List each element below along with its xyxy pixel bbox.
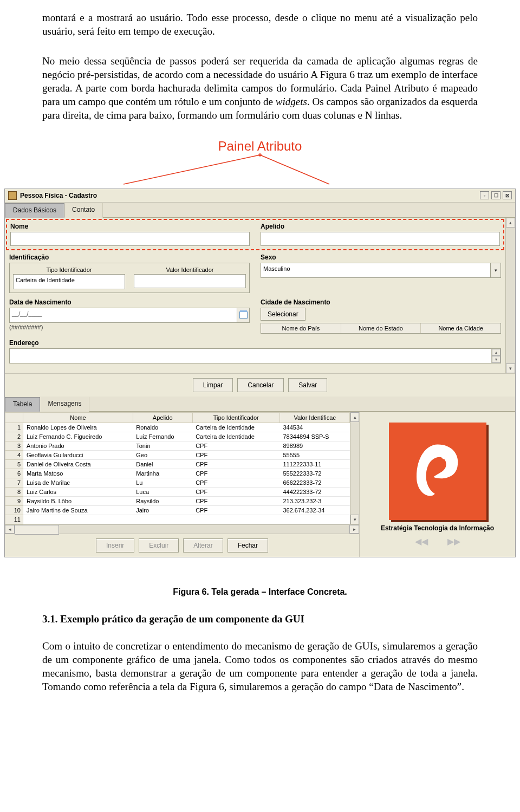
maximize-icon[interactable]: ☐ [491, 191, 500, 199]
painel-atributo-label: Painel Atributo [42, 139, 478, 154]
form-button-bar: Limpar Cancelar Salvar [5, 373, 515, 397]
table-row[interactable]: 10Jairo Martins de SouzaJairoCPF362.674.… [5, 505, 350, 515]
pager-next-icon[interactable]: ▶▶ [447, 536, 460, 547]
scroll-up-icon[interactable]: ▴ [350, 412, 359, 422]
endereco-textarea[interactable]: ▴▾ [9, 348, 501, 363]
apelido-label: Apelido [261, 223, 500, 230]
col-cidade[interactable]: Nome da Cidade [421, 323, 500, 333]
paragraph-3: Com o intuito de concretizar o entendime… [42, 639, 478, 693]
logo-caption: Estratégia Tecnologia da Informação [381, 524, 494, 532]
table-header[interactable]: Tipo Identificador [192, 412, 280, 423]
textarea-scrollbar[interactable]: ▴▾ [491, 349, 500, 363]
app-window: Pessoa Física - Cadastro ▫ ☐ ⊠ Dados Bás… [4, 189, 516, 557]
data-table[interactable]: NomeApelidoTipo IdentificadorValor Ident… [5, 412, 350, 524]
paragraph-1: montará e a mostrará ao usuário. Todo es… [42, 11, 478, 38]
form-scrollbar[interactable]: ▴ ▾ [505, 218, 515, 373]
close-icon[interactable]: ⊠ [503, 191, 512, 199]
document-icon [8, 191, 17, 200]
lower-tabs: Tabela Mensagens [5, 397, 515, 412]
iconify-icon[interactable]: ▫ [480, 191, 489, 199]
valor-identificador-input[interactable] [134, 274, 246, 288]
table-row[interactable]: 2Luiz Fernando C. FigueiredoLuiz Fernand… [5, 432, 350, 441]
window-title: Pessoa Física - Cadastro [20, 192, 97, 199]
paragraph-2: No meio dessa seqüência de passos poderá… [42, 54, 478, 122]
table-header[interactable]: Apelido [133, 412, 192, 423]
excluir-button[interactable]: Excluir [139, 538, 179, 553]
scroll-up-icon[interactable]: ▴ [506, 218, 515, 228]
identificacao-label: Identificação [9, 254, 250, 261]
data-nascimento-label: Data de Nascimento [9, 298, 250, 306]
svg-line-1 [260, 155, 329, 184]
window-titlebar: Pessoa Física - Cadastro ▫ ☐ ⊠ [5, 189, 515, 203]
leader-lines [42, 153, 478, 185]
scroll-right-icon[interactable]: ▸ [349, 525, 359, 534]
table-header[interactable] [5, 412, 23, 423]
table-header[interactable]: Valor Identificac [280, 412, 349, 423]
table-panel: NomeApelidoTipo IdentificadorValor Ident… [5, 412, 359, 557]
form-panel: Nome Apelido Identificação [5, 218, 505, 373]
cidade-table-header: Nome do País Nome do Estado Nome da Cida… [261, 323, 501, 334]
tab-mensagens[interactable]: Mensagens [40, 397, 89, 412]
col-pais[interactable]: Nome do País [261, 323, 341, 333]
salvar-button[interactable]: Salvar [288, 378, 327, 392]
table-row[interactable]: 6Marta MatosoMartinhaCPF555222333-72 [5, 469, 350, 478]
svg-line-0 [123, 155, 260, 184]
tab-tabela[interactable]: Tabela [5, 397, 40, 412]
fechar-button[interactable]: Fechar [227, 538, 268, 553]
limpar-button[interactable]: Limpar [193, 378, 233, 392]
table-row[interactable]: 1Ronaldo Lopes de OliveiraRonaldoCarteir… [5, 423, 350, 432]
table-row[interactable]: 3Antonio PradoToninCPF898989 [5, 441, 350, 450]
table-row[interactable]: 7Luisa de MarilacLuCPF666222333-72 [5, 478, 350, 487]
table-row[interactable]: 8Luiz CarlosLucaCPF444222333-72 [5, 487, 350, 496]
sexo-value: Masculino [261, 263, 491, 278]
section-heading: 3.1. Exemplo prático da geração de um co… [42, 613, 478, 625]
logo-panel: Estratégia Tecnologia da Informação ◀◀ ▶… [359, 412, 515, 557]
logo-icon [389, 423, 486, 520]
selecionar-button[interactable]: Selecionar [261, 308, 306, 321]
form-tabs: Dados Básicos Contato [5, 203, 515, 218]
table-vscrollbar[interactable]: ▴ ▾ [350, 412, 359, 524]
scroll-down-icon[interactable]: ▾ [350, 515, 359, 524]
table-header[interactable]: Nome [23, 412, 133, 423]
pager-prev-icon[interactable]: ◀◀ [415, 536, 428, 547]
data-nascimento-hint: (##/##/####) [9, 324, 250, 330]
chevron-down-icon[interactable]: ▾ [491, 263, 501, 278]
pager: ◀◀ ▶▶ [415, 536, 460, 547]
inserir-button[interactable]: Inserir [96, 538, 134, 553]
svg-point-3 [441, 452, 448, 459]
table-row[interactable]: 11 [5, 515, 350, 524]
endereco-label: Endereço [9, 339, 501, 347]
scroll-down-icon[interactable]: ▾ [506, 363, 515, 373]
tab-contato[interactable]: Contato [64, 203, 103, 218]
data-nascimento-input[interactable]: __/__/____ [9, 308, 237, 323]
alterar-button[interactable]: Alterar [183, 538, 223, 553]
table-hscrollbar[interactable]: ◂ ▸ [5, 524, 359, 534]
table-row[interactable]: 4Geoflavia GuilarducciGeoCPF55555 [5, 450, 350, 459]
tipo-identificador-header: Tipo Identificador [13, 267, 125, 273]
painel-atributo-highlight: Nome Apelido [6, 219, 504, 250]
cidade-nascimento-label: Cidade de Nascimento [261, 298, 501, 306]
calendar-button[interactable] [237, 308, 250, 323]
tab-dados-basicos[interactable]: Dados Básicos [5, 203, 64, 218]
identificacao-group: Tipo Identificador Carteira de Identidad… [9, 263, 250, 293]
tipo-identificador-value[interactable]: Carteira de Identidade [13, 274, 125, 289]
cancelar-button[interactable]: Cancelar [237, 378, 284, 392]
col-estado[interactable]: Nome do Estado [341, 323, 421, 333]
scroll-left-icon[interactable]: ◂ [5, 525, 15, 534]
sexo-dropdown[interactable]: Masculino ▾ [261, 263, 501, 278]
table-row[interactable]: 5Daniel de Oliveira CostaDanielCPF111222… [5, 459, 350, 469]
calendar-icon [239, 311, 248, 319]
apelido-input[interactable] [261, 232, 500, 246]
figure-caption: Figura 6. Tela gerada – Interface Concre… [42, 587, 478, 597]
valor-identificador-header: Valor Identificador [134, 267, 246, 273]
table-row[interactable]: 9Raysildo B. LôboRaysildoCPF213.323.232-… [5, 496, 350, 505]
sexo-label: Sexo [261, 254, 501, 261]
nome-input[interactable] [10, 232, 250, 246]
nome-label: Nome [10, 223, 250, 230]
